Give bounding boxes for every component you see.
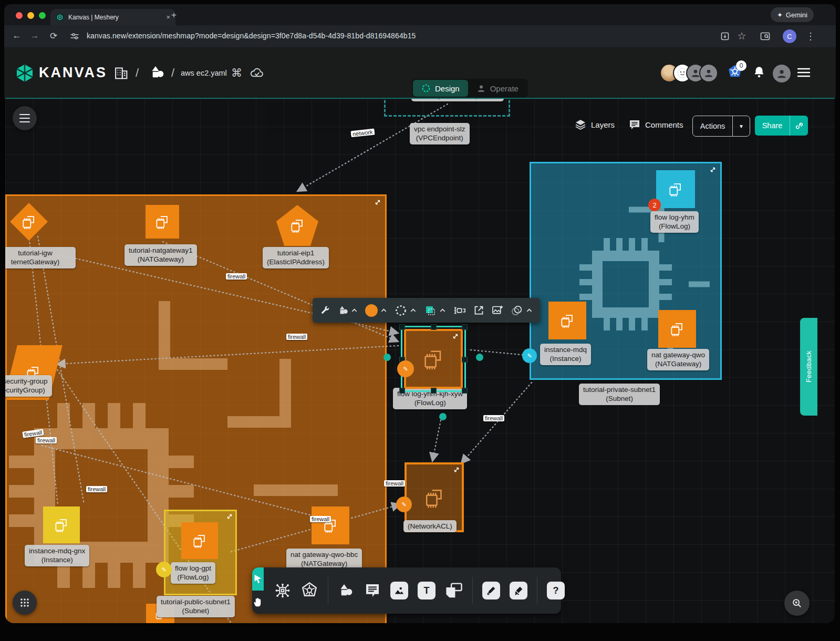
security-group-label[interactable]: al-security-group SecurityGroup) (5, 375, 52, 397)
guide-dot-right (476, 354, 483, 361)
apps-grid-button[interactable] (13, 591, 37, 615)
design-canvas[interactable]: Layers Comments Actions ▼ Share (RouteTa… (5, 98, 835, 623)
select-cursor-tool[interactable] (252, 567, 264, 591)
tab-operate[interactable]: Operate (468, 80, 527, 97)
flow-log-gpt-edit-handle[interactable]: ✎ (156, 562, 172, 577)
collaborator-avatar-2[interactable] (699, 64, 718, 82)
rename-icon[interactable] (453, 305, 466, 316)
design-file-name[interactable]: aws ec2.yaml (181, 69, 227, 77)
border-style-button[interactable] (395, 304, 417, 317)
user-avatar[interactable] (772, 64, 792, 84)
resize-handle-ne[interactable] (462, 324, 468, 330)
component-tool[interactable] (274, 582, 291, 599)
node-instance-mdq[interactable] (548, 302, 586, 339)
site-settings-icon[interactable] (69, 31, 80, 42)
instance-mdq-gnx-label[interactable]: instance-mdq-gnx (Instance) (25, 545, 89, 566)
tutorial-natgateway1-label[interactable]: tutorial-natgateway1 (NATGateway) (125, 244, 197, 266)
bookmark-star-icon[interactable]: ☆ (735, 30, 748, 42)
node-flow-log-selected[interactable] (401, 326, 466, 392)
tools-icon[interactable] (320, 305, 330, 316)
kubernetes-tool[interactable] (300, 582, 318, 599)
new-tab-button[interactable]: + (171, 10, 177, 20)
node-tutorial-natgateway1[interactable] (146, 205, 179, 239)
tutorial-eip1-label[interactable]: tutorial-eip1 (ElasticIPAddress) (263, 247, 329, 268)
public-subnet-label[interactable]: tutorial-public-subnet1 (Subnet) (157, 596, 235, 617)
actions-dropdown-button[interactable]: ▼ (733, 116, 750, 136)
canvas-menu-button[interactable] (13, 106, 37, 130)
shapes-tool[interactable] (338, 582, 355, 599)
shapes-menu-button[interactable] (338, 305, 358, 316)
pan-hand-tool[interactable] (252, 591, 264, 614)
reload-icon[interactable]: ⟳ (47, 30, 60, 42)
zoom-window-button[interactable] (39, 12, 46, 19)
notifications-bell-icon[interactable] (752, 65, 766, 79)
tab-design[interactable]: Design (413, 80, 468, 97)
layers-button[interactable]: Layers (574, 118, 615, 131)
copy-link-button[interactable] (790, 116, 808, 136)
comments-label: Comments (645, 120, 683, 129)
instance-mdq-label[interactable]: instance-mdq (Instance) (540, 344, 591, 365)
route-table-label[interactable]: (RouteTable) (411, 98, 504, 101)
resize-handle-se[interactable] (462, 388, 468, 394)
nat-gateway-qwo-bbc-label[interactable]: nat gateway-qwo-bbc (NATGateway) (286, 549, 362, 570)
browser-tab[interactable]: Kanvas | Meshery × (50, 9, 175, 25)
app-menu-icon[interactable] (796, 66, 811, 79)
nat-gateway-qwo-label[interactable]: nat gateway-qwo (NATGateway) (647, 349, 709, 370)
forward-icon[interactable]: → (28, 30, 41, 41)
zoom-button[interactable] (784, 591, 810, 616)
flow-log-selected-edit-handle[interactable]: ✎ (397, 360, 414, 377)
node-flow-log-gpt[interactable] (181, 522, 218, 559)
share-button[interactable]: Share (755, 116, 790, 136)
url-text[interactable]: kanvas.new/extension/meshmap?mode=design… (87, 32, 416, 40)
flow-log-yhm-badge: 2 (648, 199, 661, 211)
sticky-note-tool[interactable] (445, 582, 463, 599)
image-tool[interactable] (390, 582, 408, 599)
node-nat-gateway-qwo-bbc[interactable] (312, 506, 349, 544)
back-icon[interactable]: ← (11, 30, 23, 41)
private-subnet-edit-handle[interactable]: ✎ (522, 348, 537, 363)
text-tool[interactable]: T (418, 582, 435, 599)
browser-profile-avatar[interactable]: C (783, 29, 796, 43)
browser-menu-icon[interactable]: ⋮ (804, 30, 817, 42)
flow-log-gpt-label[interactable]: flow log-gpt (FlowLog) (171, 562, 215, 584)
pencil-tool[interactable] (510, 582, 527, 599)
vpc-endpoint-label[interactable]: vpc endpoint-slz (VPCEndpoint) (410, 123, 470, 144)
resize-handle-n[interactable] (431, 324, 437, 330)
selection-appearance-button[interactable] (424, 304, 446, 317)
flow-log-yhm-label[interactable]: flow log-yhm (FlowLog) (650, 211, 699, 233)
help-tool[interactable]: ? (547, 582, 565, 599)
open-in-new-icon[interactable] (473, 305, 484, 316)
kanvas-logo-text[interactable]: KANVAS (39, 65, 107, 81)
gemini-button[interactable]: ✦ Gemini (771, 7, 814, 22)
close-tab-icon[interactable]: × (166, 13, 170, 21)
minimize-window-button[interactable] (27, 12, 34, 19)
guide-dot-bottom (439, 413, 447, 420)
add-image-icon[interactable] (492, 305, 504, 316)
designs-icon[interactable] (149, 64, 166, 81)
kubernetes-context-button[interactable]: 0 (727, 64, 743, 80)
kanvas-logo-icon[interactable] (15, 63, 35, 83)
resize-handle-e[interactable] (462, 357, 468, 363)
resize-handle-nw[interactable] (399, 324, 405, 330)
network-acl-edit-handle[interactable]: ✎ (396, 497, 412, 512)
internet-gateway-label[interactable]: tutorial-igw ternetGateway) (5, 247, 76, 268)
fill-color-button[interactable] (365, 304, 387, 317)
node-flow-log-yhm[interactable] (656, 170, 695, 208)
private-subnet-label[interactable]: tutorial-private-subnet1 (Subnet) (579, 384, 660, 405)
feedback-tab[interactable]: Feedback (800, 318, 817, 416)
resize-handle-sw[interactable] (399, 388, 405, 394)
network-acl-label[interactable]: (NetworkACL) (403, 520, 457, 532)
node-nat-gateway-qwo[interactable] (658, 310, 696, 348)
keyboard-shortcuts-icon[interactable]: ⌘ (231, 67, 242, 79)
save-page-icon[interactable] (720, 31, 730, 42)
close-window-button[interactable] (16, 12, 23, 19)
side-panel-search-icon[interactable] (760, 31, 771, 42)
organization-icon[interactable] (112, 63, 130, 82)
comments-button[interactable]: Comments (628, 118, 683, 131)
resize-handle-s[interactable] (431, 388, 437, 394)
lasso-tool-button[interactable] (511, 305, 533, 316)
node-instance-mdq-gnx[interactable] (43, 506, 80, 543)
actions-button[interactable]: Actions (693, 116, 733, 136)
pen-tool[interactable] (482, 582, 500, 599)
comment-tool[interactable] (364, 582, 381, 599)
